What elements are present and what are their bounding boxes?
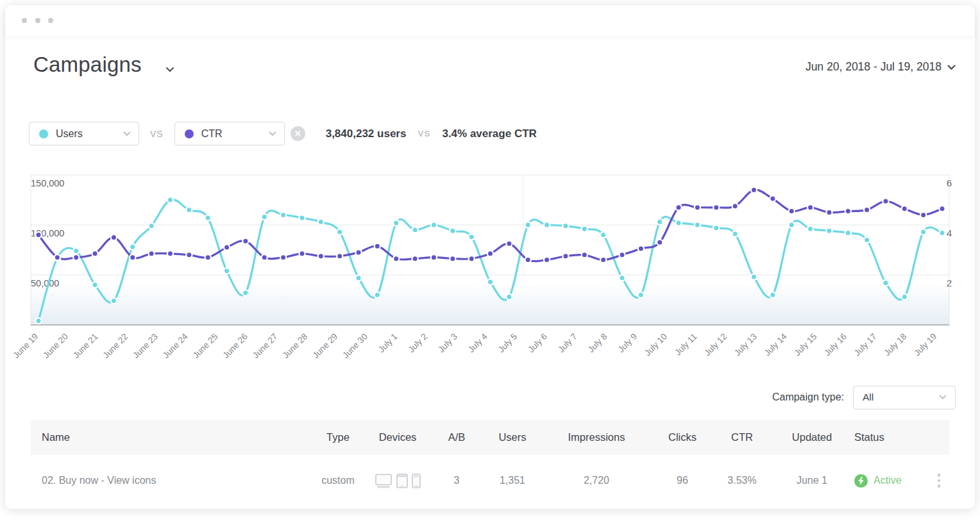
users-color-dot bbox=[39, 129, 48, 138]
svg-text:July 18: July 18 bbox=[883, 332, 909, 358]
svg-text:June 20: June 20 bbox=[41, 332, 70, 361]
campaign-name-link[interactable]: 02. Buy now - View icons bbox=[42, 455, 285, 506]
col-impressions[interactable]: Impressions bbox=[558, 420, 635, 455]
date-range-label: Jun 20, 2018 - Jul 19, 2018 bbox=[806, 60, 942, 74]
svg-text:June 29: June 29 bbox=[311, 332, 340, 361]
svg-text:July 8: July 8 bbox=[586, 332, 609, 355]
svg-text:June 21: June 21 bbox=[71, 332, 100, 361]
svg-text:June 25: June 25 bbox=[191, 332, 220, 361]
clear-metric-button[interactable]: ✕ bbox=[291, 126, 305, 141]
status-badge: Active bbox=[854, 455, 925, 506]
svg-text:July 3: July 3 bbox=[436, 332, 459, 355]
svg-text:150,000: 150,000 bbox=[31, 178, 64, 188]
svg-text:June 30: June 30 bbox=[341, 332, 369, 361]
metric-select-users[interactable]: Users bbox=[29, 122, 139, 145]
desktop-icon bbox=[375, 474, 393, 488]
users-total-stat: 3,840,232 users bbox=[326, 128, 407, 140]
chevron-down-icon bbox=[269, 131, 276, 136]
svg-text:50,000: 50,000 bbox=[31, 278, 59, 288]
svg-text:June 23: June 23 bbox=[131, 332, 160, 361]
impressions-value: 2,720 bbox=[558, 455, 635, 506]
chevron-down-icon bbox=[947, 65, 956, 70]
svg-text:June 27: June 27 bbox=[251, 332, 280, 361]
avg-ctr-stat: 3.4% average CTR bbox=[442, 128, 536, 140]
svg-text:July 4: July 4 bbox=[466, 331, 489, 354]
window-dot-icon bbox=[22, 18, 27, 23]
metric-filters: Users VS CTR ✕ 3,840,232 users VS 3.4% a… bbox=[29, 122, 537, 145]
tablet-icon bbox=[396, 474, 408, 488]
ctr-value: 3.53% bbox=[704, 455, 781, 506]
svg-text:June 24: June 24 bbox=[161, 331, 190, 360]
svg-text:July 2: July 2 bbox=[407, 332, 430, 355]
date-range-picker[interactable]: Jun 20, 2018 - Jul 19, 2018 bbox=[806, 60, 956, 74]
window-dot-icon bbox=[48, 18, 53, 23]
active-bolt-icon bbox=[854, 474, 868, 488]
col-updated[interactable]: Updated bbox=[773, 420, 850, 455]
campaign-type-label: Campaign type: bbox=[772, 392, 844, 403]
window-titlebar bbox=[5, 5, 975, 37]
campaign-type-filter: Campaign type: All bbox=[772, 385, 956, 409]
svg-text:July 10: July 10 bbox=[643, 332, 669, 358]
campaign-type-select[interactable]: All bbox=[853, 386, 956, 409]
svg-text:July 13: July 13 bbox=[732, 332, 759, 358]
updated-value: June 1 bbox=[773, 455, 850, 506]
svg-text:July 11: July 11 bbox=[673, 332, 698, 358]
app-window: Campaigns Jun 20, 2018 - Jul 19, 2018 Us… bbox=[5, 5, 975, 509]
svg-text:June 19: June 19 bbox=[12, 332, 40, 361]
page-title: Campaigns bbox=[33, 53, 142, 77]
metric-select-ctr-label: CTR bbox=[201, 128, 269, 140]
svg-text:July 15: July 15 bbox=[792, 332, 818, 358]
status-text: Active bbox=[874, 475, 902, 486]
metric-select-ctr[interactable]: CTR bbox=[174, 122, 285, 145]
svg-text:July 19: July 19 bbox=[912, 332, 938, 358]
row-menu-button[interactable] bbox=[931, 455, 947, 506]
ctr-color-dot bbox=[185, 129, 194, 138]
users-value: 1,351 bbox=[474, 455, 551, 506]
svg-text:June 22: June 22 bbox=[101, 332, 130, 361]
chevron-down-icon bbox=[939, 395, 947, 400]
title-chevron-down-icon[interactable] bbox=[165, 67, 174, 72]
vs-separator: VS bbox=[418, 129, 430, 138]
svg-text:July 1: July 1 bbox=[376, 332, 400, 355]
svg-text:July 12: July 12 bbox=[702, 332, 729, 358]
svg-text:July 6: July 6 bbox=[526, 332, 549, 355]
col-status[interactable]: Status bbox=[854, 420, 884, 455]
table-row[interactable]: 02. Buy now - View icons custom 3 1,351 … bbox=[31, 455, 949, 506]
metric-select-users-label: Users bbox=[56, 128, 123, 140]
svg-text:July 9: July 9 bbox=[616, 332, 639, 355]
window-dot-icon bbox=[35, 18, 40, 23]
campaign-type-value: All bbox=[863, 392, 939, 403]
summary-stats: 3,840,232 users VS 3.4% average CTR bbox=[326, 128, 537, 140]
svg-text:July 7: July 7 bbox=[556, 332, 579, 355]
svg-text:June 28: June 28 bbox=[281, 332, 310, 361]
col-users[interactable]: Users bbox=[474, 420, 551, 455]
col-name[interactable]: Name bbox=[42, 420, 70, 455]
chevron-down-icon bbox=[123, 131, 131, 136]
table-header: Name Type Devices A/B Users Impressions … bbox=[31, 420, 949, 455]
svg-text:July 17: July 17 bbox=[852, 332, 879, 358]
svg-text:July 14: July 14 bbox=[763, 331, 789, 358]
vs-separator: VS bbox=[150, 129, 164, 139]
comparison-line-chart: 150,0006100,000450,0002June 19June 20Jun… bbox=[5, 167, 975, 384]
svg-text:June 26: June 26 bbox=[221, 332, 249, 361]
svg-text:July 5: July 5 bbox=[496, 332, 520, 355]
col-ctr[interactable]: CTR bbox=[704, 420, 781, 455]
svg-text:July 16: July 16 bbox=[822, 332, 849, 358]
